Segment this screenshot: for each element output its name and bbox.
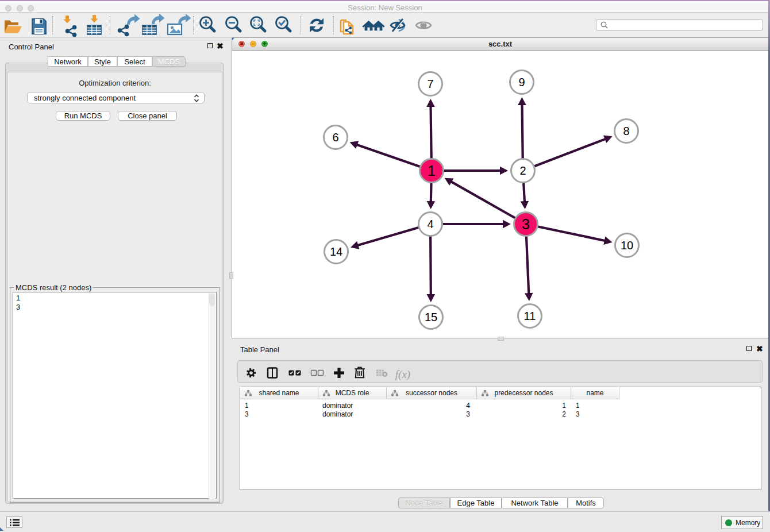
svg-text:7: 7 <box>427 78 433 90</box>
svg-text:3: 3 <box>522 216 530 232</box>
svg-text:6: 6 <box>332 131 338 144</box>
svg-text:f(x): f(x) <box>395 368 410 381</box>
svg-text:9: 9 <box>518 76 525 88</box>
svg-text:15: 15 <box>425 311 437 323</box>
svg-text:4: 4 <box>427 218 433 230</box>
svg-text:11: 11 <box>524 310 536 322</box>
svg-text:10: 10 <box>621 239 633 252</box>
svg-text:8: 8 <box>623 125 629 137</box>
svg-text:1: 1 <box>428 163 436 179</box>
svg-text:14: 14 <box>330 245 342 258</box>
svg-text:2: 2 <box>519 164 526 177</box>
